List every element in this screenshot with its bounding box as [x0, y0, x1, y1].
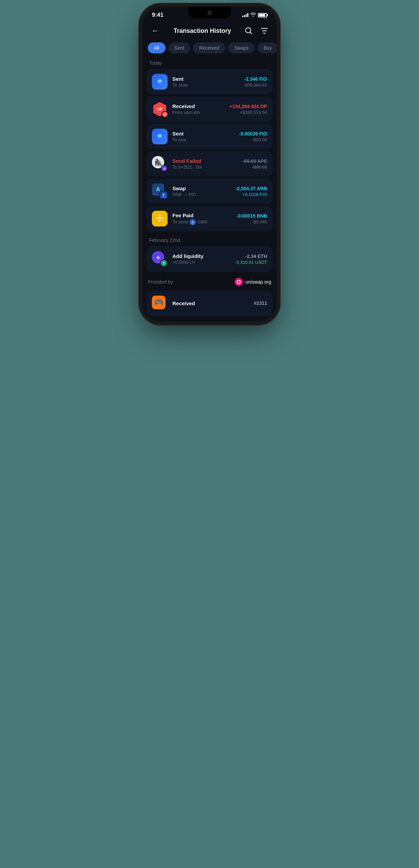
tx-amount-primary: -69.69 APE	[243, 158, 267, 164]
tx-icon-bnb	[152, 211, 168, 226]
transaction-list-bottom: 🎮 Received #2311	[142, 291, 277, 322]
provider-name: uniswap.org	[246, 279, 272, 285]
tx-icon-ape: 🦍 ◆	[152, 156, 168, 172]
tx-amounts: +134,294.424 OP +$390,519.54	[230, 104, 267, 115]
tx-info: Received From sam.eth	[172, 103, 225, 115]
svg-text:OP: OP	[157, 107, 162, 111]
tx-amount-secondary: -5,310.61 USDT	[235, 260, 267, 265]
eth-badge-icon: ◆	[161, 165, 168, 172]
tx-title: Received	[172, 103, 225, 109]
tx-subtitle: +0.0034 LP	[172, 260, 230, 265]
tx-amount-primary: -0.00039 FIO	[239, 131, 267, 137]
table-row[interactable]: ◆ T Add liquidity +0.0034 LP -2.34 ETH -…	[146, 246, 273, 272]
provided-by-label: Provided by	[148, 279, 173, 285]
tx-subtitle: To send ▲ GMX	[172, 219, 232, 225]
table-row[interactable]: Fee Paid To send ▲ GMX -0.00015 BNB -$0.…	[146, 206, 273, 231]
tx-subtitle: From sam.eth	[172, 110, 225, 115]
tx-amounts: #2311	[254, 300, 267, 307]
header: ← Transaction History	[142, 21, 277, 42]
tx-title: Received	[172, 300, 249, 306]
section-today: Today	[142, 60, 277, 69]
svg-text:OP: OP	[164, 114, 166, 116]
tx-amounts: -2,504.37 ARB +0.1028 FIO	[235, 186, 267, 197]
tx-info: Received	[172, 300, 249, 307]
tx-amounts: -2.346 FIO -$99,364.83	[244, 76, 267, 88]
tab-swaps[interactable]: Swaps	[228, 42, 255, 53]
tx-amounts: -0.00039 FIO -$20.00	[239, 131, 267, 142]
tx-icon-fio-2	[152, 129, 168, 144]
tx-id-label: #2311	[254, 300, 267, 306]
tx-amounts: -69.69 APE -$96.55	[243, 158, 267, 170]
tx-amount-primary: -2.34 ETH	[235, 254, 267, 259]
tx-amount-primary: -2.346 FIO	[244, 76, 267, 82]
tx-amount-secondary: -$0.045	[237, 219, 267, 224]
phone-frame: 9:41 ← Transaction History	[142, 7, 277, 322]
table-row[interactable]: A Swap ARB → FIO -2,504.37 ARB +0.1028 F…	[146, 179, 273, 204]
tx-info: Send Failed To 0×2f21...f34	[172, 158, 238, 170]
tx-info: Sent To Joao	[172, 76, 239, 88]
tx-icon-animal: 🎮	[152, 296, 168, 311]
page-title: Transaction History	[173, 27, 231, 35]
provided-by-value: uniswap.org	[235, 278, 272, 286]
battery-icon	[258, 13, 267, 17]
tx-subtitle: To Joao	[172, 82, 239, 88]
tx-icon-arb-fio: A	[152, 183, 168, 199]
tx-subtitle: To Ana	[172, 137, 234, 142]
tx-info: Fee Paid To send ▲ GMX	[172, 212, 232, 225]
tx-amount-secondary: -$99,364.83	[244, 82, 267, 88]
tx-subtitle: ARB → FIO	[172, 192, 231, 197]
table-row[interactable]: 🎮 Received #2311	[146, 291, 273, 316]
tx-icon-op: OP OP	[152, 101, 168, 117]
transaction-list-feb22: ◆ T Add liquidity +0.0034 LP -2.34 ETH -…	[142, 246, 277, 272]
tx-title: Add liquidity	[172, 253, 230, 259]
tab-all[interactable]: All	[148, 42, 166, 53]
notch	[188, 7, 231, 18]
tx-icon-eth-usdt: ◆ T	[152, 251, 168, 267]
tx-info: Add liquidity +0.0034 LP	[172, 253, 230, 265]
status-time: 9:41	[152, 12, 163, 18]
tx-amounts: -0.00015 BNB -$0.045	[237, 213, 267, 224]
tx-subtitle: To 0×2f21...f34	[172, 165, 238, 170]
section-feb22: February 22nd	[142, 231, 277, 246]
tx-amount-secondary: +0.1028 FIO	[235, 192, 267, 197]
tx-info: Sent To Ana	[172, 131, 234, 142]
tx-title-failed: Send Failed	[172, 158, 238, 164]
provided-by-section: Provided by uniswap.org	[142, 272, 277, 291]
tab-sent[interactable]: Sent	[168, 42, 191, 53]
uniswap-logo-icon	[235, 278, 243, 286]
provided-by-row: Provided by uniswap.org	[148, 275, 271, 289]
signal-icon	[242, 13, 248, 17]
tx-title: Sent	[172, 76, 239, 82]
tab-buy[interactable]: Buy	[258, 42, 277, 53]
tx-amount-secondary: -$96.55	[243, 165, 267, 170]
tx-title: Sent	[172, 131, 234, 137]
search-button[interactable]	[243, 25, 254, 36]
status-icons	[242, 13, 267, 18]
tx-title: Fee Paid	[172, 212, 232, 218]
tx-amount-primary: +134,294.424 OP	[230, 104, 267, 109]
table-row[interactable]: 🦍 ◆ Send Failed To 0×2f21...f34 -69.69 A…	[146, 151, 273, 177]
table-row[interactable]: Sent To Joao -2.346 FIO -$99,364.83	[146, 69, 273, 94]
transaction-list-today: Sent To Joao -2.346 FIO -$99,364.83 OP	[142, 69, 277, 231]
wifi-icon	[250, 13, 256, 18]
tx-title: Swap	[172, 185, 231, 191]
search-icon	[245, 27, 252, 35]
filter-icon	[261, 27, 268, 35]
filter-button[interactable]	[259, 25, 270, 36]
back-arrow-icon: ←	[152, 26, 159, 35]
tx-amount-primary: -2,504.37 ARB	[235, 186, 267, 191]
tx-amount-secondary: -$20.00	[239, 137, 267, 142]
tx-info: Swap ARB → FIO	[172, 185, 231, 197]
tx-icon-fio-1	[152, 74, 168, 90]
header-actions	[243, 25, 270, 36]
tx-amounts: -2.34 ETH -5,310.61 USDT	[235, 254, 267, 265]
table-row[interactable]: Sent To Ana -0.00039 FIO -$20.00	[146, 124, 273, 149]
tab-received[interactable]: Received	[193, 42, 225, 53]
tx-amount-secondary: +$390,519.54	[230, 110, 267, 115]
table-row[interactable]: OP OP Received From sam.eth +134,294.424…	[146, 96, 273, 122]
tx-amount-primary: -0.00015 BNB	[237, 213, 267, 219]
gmx-icon: ▲	[189, 219, 196, 225]
back-button[interactable]: ←	[149, 25, 161, 37]
notch-camera	[208, 11, 212, 15]
filter-tabs: All Sent Received Swaps Buy Se...	[142, 42, 277, 60]
